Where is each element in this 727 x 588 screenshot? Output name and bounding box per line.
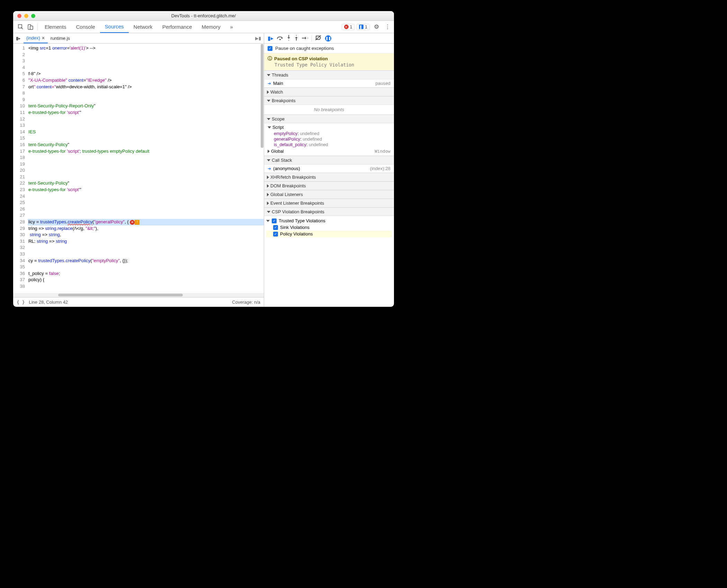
tab-sources[interactable]: Sources bbox=[100, 21, 129, 33]
code-line[interactable] bbox=[28, 161, 264, 168]
code-line[interactable]: f-8" /> bbox=[28, 71, 264, 77]
file-tab-index[interactable]: (index) ✕ bbox=[24, 33, 48, 43]
code-line[interactable]: policy) { bbox=[28, 277, 264, 283]
pause-caught-exceptions-checkbox[interactable]: ✓ bbox=[268, 46, 272, 51]
vertical-scrollbar[interactable] bbox=[260, 44, 264, 293]
code-line[interactable]: t_policy = false; bbox=[28, 270, 264, 277]
watch-section-header[interactable]: Watch bbox=[264, 88, 394, 96]
code-line[interactable] bbox=[28, 116, 264, 123]
checkbox[interactable]: ✓ bbox=[273, 232, 278, 237]
code-line[interactable]: cy = trustedTypes.createPolicy("emptyPol… bbox=[28, 258, 264, 264]
breakpoints-section-header[interactable]: Breakpoints bbox=[264, 96, 394, 105]
section-label: DOM Breakpoints bbox=[270, 183, 306, 188]
call-stack-frame[interactable]: ➔ (anonymous) (index):28 bbox=[264, 164, 394, 173]
resume-icon[interactable]: ▮▸ bbox=[268, 35, 273, 42]
code-line[interactable]: ort" content="width=device-width, initia… bbox=[28, 84, 264, 90]
code-line[interactable]: string => string, bbox=[28, 232, 264, 238]
csp-tree-child-policy[interactable]: ✓Policy Violations bbox=[266, 231, 392, 237]
pretty-print-icon[interactable]: { } bbox=[17, 300, 25, 305]
tabs-overflow[interactable]: » bbox=[225, 21, 238, 33]
thread-main-row[interactable]: ➔ Main paused bbox=[264, 79, 394, 88]
callstack-section-header[interactable]: Call Stack bbox=[264, 156, 394, 164]
code-line[interactable]: IES bbox=[28, 129, 264, 135]
xhr-breakpoints-section-header[interactable]: XHR/fetch Breakpoints bbox=[264, 173, 394, 181]
tab-performance[interactable]: Performance bbox=[158, 21, 197, 33]
code-line[interactable] bbox=[28, 206, 264, 213]
code-line[interactable] bbox=[28, 52, 264, 58]
code-line[interactable] bbox=[28, 193, 264, 200]
code-line[interactable] bbox=[28, 244, 264, 251]
tab-memory[interactable]: Memory bbox=[197, 21, 225, 33]
inspect-element-icon[interactable] bbox=[18, 24, 24, 30]
svg-point-3 bbox=[279, 39, 281, 40]
code-line[interactable]: <img src=1 onerror='alert(1)'> --> bbox=[28, 45, 264, 52]
code-line[interactable]: tent-Security-Policy-Report-Only" bbox=[28, 103, 264, 109]
file-tab-runtime[interactable]: runtime.js bbox=[48, 33, 73, 43]
error-count-badge[interactable]: ✕1 bbox=[342, 24, 355, 30]
scope-kind-label: Global bbox=[271, 149, 284, 154]
debugger-toolbar: ▮▸ ❚❚ bbox=[264, 33, 394, 44]
source-panel: ▮▸ (index) ✕ runtime.js ▶▮ 1234567891011… bbox=[13, 33, 264, 307]
file-tab-label: runtime.js bbox=[51, 36, 70, 41]
step-icon[interactable] bbox=[302, 35, 308, 42]
code-line[interactable] bbox=[28, 283, 264, 290]
code-line[interactable] bbox=[28, 135, 264, 142]
pause-on-exceptions-icon[interactable]: ❚❚ bbox=[325, 35, 331, 42]
run-snippet-icon[interactable]: ▶▮ bbox=[252, 36, 264, 41]
navigator-toggle-icon[interactable]: ▮▸ bbox=[13, 36, 24, 41]
code-line[interactable] bbox=[28, 174, 264, 180]
deactivate-breakpoints-icon[interactable] bbox=[315, 35, 322, 42]
code-line[interactable]: e-trusted-types-for 'script'; trusted-ty… bbox=[28, 148, 264, 155]
settings-gear-icon[interactable]: ⚙ bbox=[372, 23, 381, 30]
code-line[interactable]: e-trusted-types-for 'script'" bbox=[28, 109, 264, 116]
frame-location: (index):28 bbox=[370, 166, 391, 171]
threads-section-header[interactable]: Threads bbox=[264, 71, 394, 79]
event-listener-bp-section-header[interactable]: Event Listener Breakpoints bbox=[264, 199, 394, 207]
checkbox[interactable]: ✓ bbox=[272, 219, 277, 223]
tab-console[interactable]: Console bbox=[71, 21, 100, 33]
code-line[interactable]: tent-Security-Policy" bbox=[28, 180, 264, 187]
code-line[interactable] bbox=[28, 167, 264, 174]
code-line[interactable] bbox=[28, 97, 264, 103]
close-tab-icon[interactable]: ✕ bbox=[42, 36, 45, 41]
code-line[interactable] bbox=[28, 154, 264, 161]
tab-network[interactable]: Network bbox=[129, 21, 158, 33]
code-line[interactable]: e-trusted-types-for 'script'" bbox=[28, 187, 264, 193]
step-out-icon[interactable] bbox=[294, 35, 298, 42]
checkbox[interactable]: ✓ bbox=[273, 225, 278, 230]
code-line[interactable] bbox=[28, 122, 264, 129]
code-line[interactable]: RL: string => string bbox=[28, 238, 264, 245]
csp-tree-root[interactable]: ✓Trusted Type Violations bbox=[266, 217, 392, 224]
step-over-icon[interactable] bbox=[277, 35, 283, 42]
dom-breakpoints-section-header[interactable]: DOM Breakpoints bbox=[264, 181, 394, 190]
global-listeners-section-header[interactable]: Global Listeners bbox=[264, 190, 394, 199]
code-line[interactable] bbox=[28, 251, 264, 258]
horizontal-scrollbar[interactable] bbox=[13, 293, 264, 297]
code-line[interactable] bbox=[28, 58, 264, 64]
scope-var-row[interactable]: emptyPolicy: undefined bbox=[268, 131, 391, 136]
code-line[interactable]: licy = trustedTypes.createPolicy("genera… bbox=[28, 219, 264, 225]
code-content[interactable]: <img src=1 onerror='alert(1)'> --> f-8" … bbox=[28, 44, 264, 293]
code-line[interactable] bbox=[28, 212, 264, 219]
code-editor[interactable]: 1234567891011121314151617181920212223242… bbox=[13, 44, 264, 293]
code-line[interactable] bbox=[28, 64, 264, 71]
code-line[interactable] bbox=[28, 264, 264, 270]
tab-elements[interactable]: Elements bbox=[40, 21, 71, 33]
scope-script-header[interactable]: Script bbox=[264, 125, 394, 130]
step-into-icon[interactable] bbox=[287, 35, 291, 42]
csp-violation-bp-section-header[interactable]: CSP Violation Breakpoints bbox=[264, 207, 394, 216]
message-count-badge[interactable]: ▌1 bbox=[357, 24, 370, 30]
scope-var-row[interactable]: is_default_policy: undefined bbox=[268, 142, 391, 148]
code-line[interactable] bbox=[28, 90, 264, 97]
csp-tree-child-sink[interactable]: ✓Sink Violations bbox=[266, 224, 392, 231]
scope-global-header[interactable]: GlobalWindow bbox=[264, 148, 394, 154]
code-line[interactable]: tent-Security-Policy" bbox=[28, 142, 264, 148]
more-menu-icon[interactable]: ⋮ bbox=[383, 23, 391, 30]
device-toggle-icon[interactable] bbox=[28, 24, 33, 30]
csp-item-label: Policy Violations bbox=[280, 231, 313, 237]
scope-section-header[interactable]: Scope bbox=[264, 115, 394, 123]
code-line[interactable] bbox=[28, 199, 264, 206]
code-line[interactable]: "X-UA-Compatible" content="IE=edge" /> bbox=[28, 77, 264, 84]
scope-var-row[interactable]: generalPolicy: undefined bbox=[268, 136, 391, 142]
code-line[interactable]: tring => string.replace(/\</g, "&lt;"), bbox=[28, 225, 264, 232]
